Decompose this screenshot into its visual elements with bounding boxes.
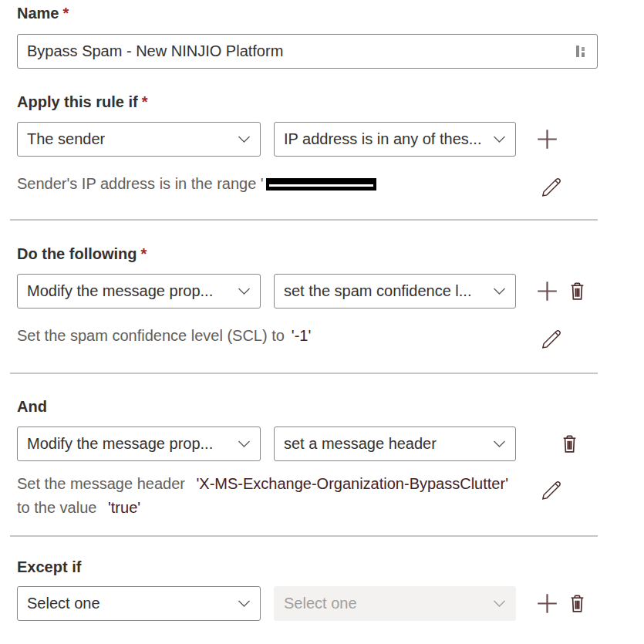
do-following-label: Do the following*: [17, 245, 147, 263]
action-value-text: set the spam confidence l...: [284, 282, 471, 300]
and-summary-line1-value: 'X-MS-Exchange-Organization-BypassClutte…: [196, 475, 507, 492]
and-action-value-dropdown[interactable]: set a message header: [274, 427, 516, 461]
condition-type-value: The sender: [27, 130, 105, 148]
and-action-value-text: set a message header: [284, 435, 437, 453]
rule-name-input[interactable]: [18, 35, 576, 68]
except-if-row: Select one Select one: [17, 586, 587, 621]
action-type-value: Modify the message prop...: [27, 282, 213, 300]
exception-value-text: Select one: [284, 595, 357, 612]
do-following-row: Modify the message prop... set the spam …: [17, 274, 587, 309]
required-asterisk: *: [142, 93, 148, 110]
edit-condition-button[interactable]: [539, 174, 564, 201]
exception-type-value: Select one: [27, 595, 100, 612]
condition-summary-text: Sender's IP address is in the range ': [17, 172, 264, 196]
action-summary-text: Set the spam confidence level (SCL) to: [17, 324, 285, 348]
plus-icon: [535, 592, 559, 615]
action-summary: Set the spam confidence level (SCL) to '…: [17, 324, 311, 348]
edit-action-button[interactable]: [539, 326, 564, 352]
and-summary-line2-text: to the value: [17, 499, 96, 516]
pencil-icon: [540, 326, 564, 350]
plus-icon: [535, 279, 559, 303]
exception-type-dropdown[interactable]: Select one: [17, 586, 261, 621]
edit-and-action-button[interactable]: [539, 477, 564, 504]
and-action-summary: Set the message header 'X-MS-Exchange-Or…: [17, 472, 534, 520]
delete-action-button[interactable]: [567, 280, 587, 303]
chevron-down-icon: [493, 599, 506, 608]
condition-type-dropdown[interactable]: The sender: [17, 122, 261, 157]
chevron-down-icon: [238, 599, 251, 608]
trash-icon: [568, 592, 587, 615]
rule-editor-form: Name* Apply this rule if* The sender IP …: [0, 0, 644, 644]
required-asterisk: *: [141, 245, 147, 262]
name-input-container: [17, 34, 598, 69]
except-if-label: Except if: [17, 558, 81, 576]
plus-icon: [535, 127, 559, 151]
section-divider: [10, 535, 598, 537]
and-action-type-dropdown[interactable]: Modify the message prop...: [17, 427, 261, 461]
redacted-ip-range: [266, 178, 376, 191]
add-condition-button[interactable]: [535, 127, 559, 151]
exception-value-dropdown: Select one: [274, 586, 516, 621]
chevron-down-icon: [493, 440, 506, 448]
and-action-type-value: Modify the message prop...: [27, 435, 213, 453]
action-value-dropdown[interactable]: set the spam confidence l...: [274, 274, 516, 309]
required-asterisk: *: [62, 5, 69, 22]
name-label: Name*: [17, 5, 69, 22]
condition-value-dropdown[interactable]: IP address is in any of thes...: [274, 122, 516, 157]
except-if-label-text: Except if: [17, 558, 81, 575]
action-type-dropdown[interactable]: Modify the message prop...: [17, 274, 261, 309]
chevron-down-icon: [493, 135, 506, 143]
section-divider: [10, 373, 598, 374]
trash-icon: [568, 280, 587, 302]
and-summary-line2-value: 'true': [108, 499, 140, 516]
and-label: And: [17, 398, 47, 416]
condition-value-text: IP address is in any of thes...: [284, 130, 481, 148]
do-following-label-text: Do the following: [17, 245, 137, 262]
name-label-text: Name: [17, 5, 59, 22]
add-action-button[interactable]: [535, 279, 559, 303]
and-label-text: And: [17, 398, 47, 415]
text-prediction-icon[interactable]: [576, 45, 586, 58]
action-summary-value: '-1': [292, 324, 311, 348]
and-row: Modify the message prop... set a message…: [17, 427, 579, 461]
pencil-icon: [540, 477, 564, 501]
chevron-down-icon: [238, 287, 251, 295]
add-exception-button[interactable]: [535, 592, 559, 615]
apply-rule-label: Apply this rule if*: [17, 93, 147, 111]
chevron-down-icon: [493, 287, 506, 295]
chevron-down-icon: [238, 135, 251, 143]
delete-exception-button[interactable]: [567, 592, 587, 615]
chevron-down-icon: [238, 440, 251, 448]
apply-rule-label-text: Apply this rule if: [17, 93, 138, 110]
pencil-icon: [540, 174, 564, 198]
trash-icon: [560, 433, 579, 455]
section-divider: [10, 219, 598, 221]
delete-and-action-button[interactable]: [559, 433, 579, 456]
condition-summary: Sender's IP address is in the range ': [17, 172, 376, 196]
and-summary-line1-text: Set the message header: [17, 475, 185, 492]
apply-rule-row: The sender IP address is in any of thes.…: [17, 122, 559, 157]
